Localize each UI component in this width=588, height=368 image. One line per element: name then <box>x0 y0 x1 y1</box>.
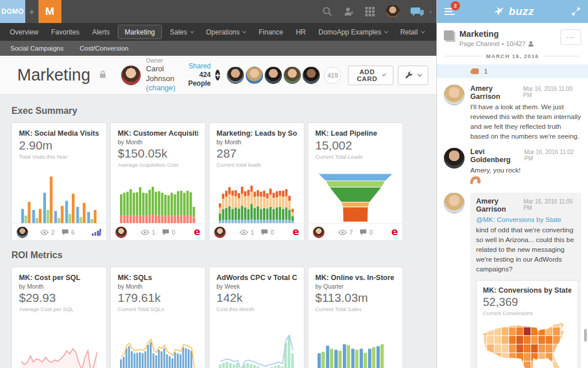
card-mk-customer-acquisition[interactable]: MK: Customer Acquisitio... by Month $150… <box>110 122 206 241</box>
change-owner-link[interactable]: (change) <box>146 83 175 92</box>
tab-more[interactable]: More <box>431 23 436 41</box>
avatar[interactable] <box>303 67 320 84</box>
avatar[interactable] <box>246 67 263 84</box>
card-caption: Current Total Sales <box>315 306 396 312</box>
page-icon <box>444 30 454 40</box>
channels-menu-icon[interactable]: 2 <box>444 6 455 17</box>
card-chart <box>216 312 297 368</box>
owner-avatar[interactable] <box>121 66 141 85</box>
chevron-down-icon <box>421 29 425 33</box>
exec-summary-cards: MK: Social Media Visits b... 2.90m Total… <box>11 122 436 241</box>
card-caption: Average Acquisition Cost <box>118 162 198 168</box>
card-title: MK: Online vs. In-Store S... <box>315 274 396 282</box>
tab-alerts[interactable]: Alerts <box>86 23 116 41</box>
avatar[interactable] <box>444 193 465 213</box>
tab-overview[interactable]: Overview <box>3 23 45 41</box>
card-caption: Current Total SQLs <box>118 306 198 312</box>
user-avatar[interactable] <box>386 5 400 18</box>
flex-emoji-icon <box>470 175 581 186</box>
tab-finance[interactable]: Finance <box>252 23 289 41</box>
card-value: 287 <box>216 147 297 160</box>
sub-page-nav: Social Campaigns Cost/Conversion <box>0 41 436 56</box>
avatar[interactable] <box>227 67 244 84</box>
avatar[interactable] <box>284 67 301 84</box>
domo-logo[interactable]: DOMO <box>0 0 25 23</box>
subtab-social-campaigns[interactable]: Social Campaigns <box>6 45 68 52</box>
buzz-messages-icon[interactable] <box>411 6 424 17</box>
main-area: DOMO + M › Overview Favorites Alerts Mar… <box>0 0 436 368</box>
chevron-down-icon <box>190 29 194 33</box>
chevron-down-icon <box>242 29 246 33</box>
card-adwords-cpc-v-total-cost[interactable]: AdWords CPC v Total Cost by Week 142k Co… <box>209 267 304 368</box>
shared-link[interactable]: Shared <box>188 62 211 71</box>
card-mk-sqls[interactable]: MK: SQLs by Month 179.61k Current Total … <box>110 267 206 368</box>
page-title: Marketing <box>17 66 90 85</box>
card-subtitle: by Month <box>216 139 297 145</box>
tab-marketing[interactable]: Marketing <box>118 25 162 39</box>
add-card-button[interactable]: ADD CARD <box>348 66 393 85</box>
card-marketing-leads-by-source[interactable]: Marketing: Leads by Sou... by Month 287 … <box>209 122 304 241</box>
card-value: 179.61k <box>118 291 198 305</box>
comments-count: 0 <box>270 229 274 236</box>
card-subtitle: by Quarter <box>315 283 396 290</box>
card-subtitle: by Week <box>216 283 297 290</box>
panel-collapse-icon[interactable]: › <box>430 7 432 16</box>
add-people-button[interactable]: + <box>215 70 220 80</box>
avatar[interactable] <box>265 67 282 84</box>
add-person-icon[interactable] <box>343 6 354 17</box>
roi-metrics-cards: MK: Cost per SQL by Month $29.93 Average… <box>11 267 436 368</box>
sparkline-badge-icon <box>91 228 102 236</box>
more-collaborators-count[interactable]: 419 <box>324 67 341 84</box>
card-owner-avatar[interactable] <box>214 227 226 238</box>
avatar[interactable] <box>444 85 465 105</box>
subtab-cost-conversion[interactable]: Cost/Conversion <box>75 45 133 52</box>
card-mk-cost-per-sql[interactable]: MK: Cost per SQL by Month $29.93 Average… <box>11 267 107 368</box>
scrollbar-thumb[interactable] <box>584 329 587 342</box>
views-icon <box>40 229 49 235</box>
buzz-message: Amery Garrison Mar 16, 2016 11:00 PM I'l… <box>437 78 588 141</box>
card-chart <box>216 168 297 223</box>
expand-icon[interactable] <box>571 7 581 16</box>
reaction-row[interactable]: 1 <box>437 64 588 78</box>
datasource-badge-icon: e <box>292 227 299 237</box>
page-header: Marketing Owner Carol Johnson (change) S… <box>0 56 436 95</box>
tab-retail[interactable]: Retail <box>394 23 431 41</box>
tab-sales[interactable]: Sales <box>164 23 200 41</box>
owner-name: Carol Johnson <box>146 64 174 82</box>
app-m-logo[interactable]: M <box>38 0 61 23</box>
card-owner-avatar[interactable] <box>17 227 28 238</box>
tab-operations[interactable]: Operations <box>200 23 253 41</box>
card-mk-lead-pipeline[interactable]: MK: Lead Pipeline 15,002 Current Total L… <box>308 122 403 241</box>
message-author[interactable]: Amery Garrison <box>470 85 523 101</box>
card-caption: Current total leads <box>216 162 297 168</box>
message-author[interactable]: Amery Garrison <box>476 197 523 213</box>
views-count: 7 <box>349 229 353 236</box>
add-app-icon[interactable]: + <box>29 7 34 17</box>
tab-favorites[interactable]: Favorites <box>45 23 86 41</box>
card-chart <box>118 312 198 368</box>
page-tabs-bar: Overview Favorites Alerts Marketing Sale… <box>0 23 436 41</box>
tab-domoapp-examples[interactable]: DomoApp Examples <box>312 23 394 41</box>
card-owner-avatar[interactable] <box>313 227 324 238</box>
search-icon[interactable] <box>322 6 332 17</box>
avatar[interactable] <box>444 148 465 168</box>
wrench-icon <box>405 71 413 79</box>
card-mk-online-vs-in-store[interactable]: MK: Online vs. In-Store S... by Quarter … <box>308 267 403 368</box>
tab-hr[interactable]: HR <box>289 23 312 41</box>
top-navbar: DOMO + M › <box>0 0 436 23</box>
card-title: Marketing: Leads by Sou... <box>216 129 297 137</box>
section-title-roi-metrics: ROI Metrics <box>11 250 436 260</box>
card-owner-avatar[interactable] <box>115 227 127 238</box>
apps-grid-icon[interactable] <box>365 7 375 17</box>
card-title: MK: Customer Acquisitio... <box>118 129 198 137</box>
embedded-card-mk-conversions-by-state[interactable]: MK: Conversions by State 52,369 Current … <box>476 280 578 368</box>
message-author[interactable]: Levi Goldenberg <box>470 148 524 164</box>
page-tools-button[interactable] <box>398 66 428 85</box>
channel-menu-button[interactable]: ... <box>560 29 581 45</box>
card-title: MK: Social Media Visits b... <box>19 129 99 137</box>
card-mk-social-media-visits[interactable]: MK: Social Media Visits b... 2.90m Total… <box>11 122 107 241</box>
views-count: 1 <box>152 229 155 236</box>
us-map-chart <box>477 316 578 368</box>
card-mention-link[interactable]: @MK: Conversions by State <box>476 216 561 224</box>
buzz-logo: buzz <box>492 5 534 18</box>
